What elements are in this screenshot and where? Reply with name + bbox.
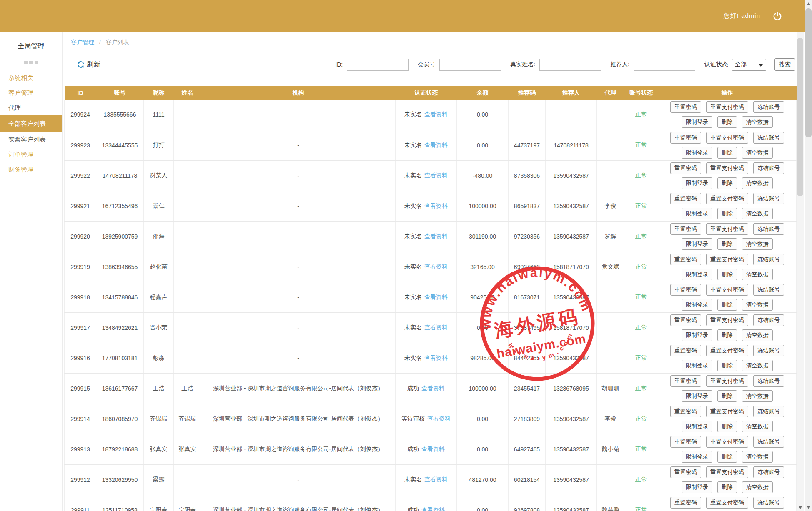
delete-button[interactable]: 删除: [717, 481, 737, 493]
restrict-login-button[interactable]: 限制登录: [682, 481, 712, 493]
delete-button[interactable]: 删除: [717, 177, 737, 189]
delete-button[interactable]: 删除: [717, 390, 737, 402]
freeze-account-button[interactable]: 冻结账号: [753, 132, 784, 144]
restrict-login-button[interactable]: 限制登录: [682, 147, 712, 159]
content-scrollbar-thumb[interactable]: [797, 38, 803, 196]
clear-data-button[interactable]: 清空数据: [742, 269, 773, 280]
freeze-account-button[interactable]: 冻结账号: [753, 223, 784, 235]
view-profile-link[interactable]: 查看资料: [424, 111, 448, 117]
reset-password-button[interactable]: 重置密码: [670, 162, 701, 174]
sidebar-item-代理[interactable]: 代理: [0, 100, 62, 115]
freeze-account-button[interactable]: 冻结账号: [753, 406, 784, 417]
restrict-login-button[interactable]: 限制登录: [682, 116, 712, 128]
reset-pay-password-button[interactable]: 重置支付密码: [706, 101, 748, 113]
delete-button[interactable]: 删除: [717, 116, 737, 128]
reset-pay-password-button[interactable]: 重置支付密码: [706, 406, 748, 417]
restrict-login-button[interactable]: 限制登录: [682, 177, 712, 189]
clear-data-button[interactable]: 清空数据: [742, 451, 773, 463]
reset-password-button[interactable]: 重置密码: [670, 101, 701, 113]
clear-data-button[interactable]: 清空数据: [742, 329, 773, 341]
freeze-account-button[interactable]: 冻结账号: [753, 254, 784, 265]
restrict-login-button[interactable]: 限制登录: [682, 421, 712, 432]
clear-data-button[interactable]: 清空数据: [742, 481, 773, 493]
reset-pay-password-button[interactable]: 重置支付密码: [706, 162, 748, 174]
content-scrollbar[interactable]: [797, 32, 804, 511]
restrict-login-button[interactable]: 限制登录: [682, 238, 712, 250]
freeze-account-button[interactable]: 冻结账号: [753, 375, 784, 387]
reset-password-button[interactable]: 重置密码: [670, 132, 701, 144]
delete-button[interactable]: 删除: [717, 360, 737, 371]
reset-password-button[interactable]: 重置密码: [670, 284, 701, 296]
breadcrumb-parent-link[interactable]: 客户管理: [71, 39, 94, 45]
view-profile-link[interactable]: 查看资料: [424, 324, 448, 331]
member-filter-input[interactable]: [439, 59, 501, 71]
logout-button[interactable]: [772, 11, 783, 22]
view-profile-link[interactable]: 查看资料: [427, 415, 451, 422]
reset-pay-password-button[interactable]: 重置支付密码: [706, 193, 748, 204]
restrict-login-button[interactable]: 限制登录: [682, 208, 712, 219]
delete-button[interactable]: 删除: [717, 208, 737, 219]
reset-pay-password-button[interactable]: 重置支付密码: [706, 284, 748, 296]
reset-pay-password-button[interactable]: 重置支付密码: [706, 466, 748, 478]
auth-status-select[interactable]: 全部: [732, 59, 766, 71]
clear-data-button[interactable]: 清空数据: [742, 421, 773, 432]
view-profile-link[interactable]: 查看资料: [424, 354, 448, 361]
delete-button[interactable]: 删除: [717, 269, 737, 280]
delete-button[interactable]: 删除: [717, 451, 737, 463]
view-profile-link[interactable]: 查看资料: [421, 506, 445, 511]
browser-scroll-down-arrow[interactable]: [805, 504, 812, 511]
sidebar-item-订单管理[interactable]: 订单管理: [0, 147, 62, 162]
clear-data-button[interactable]: 清空数据: [742, 390, 773, 402]
referrer-filter-input[interactable]: [634, 59, 695, 71]
view-profile-link[interactable]: 查看资料: [424, 233, 448, 239]
restrict-login-button[interactable]: 限制登录: [682, 451, 712, 463]
view-profile-link[interactable]: 查看资料: [424, 202, 448, 209]
reset-pay-password-button[interactable]: 重置支付密码: [706, 436, 748, 448]
sidebar-item-实盘客户列表[interactable]: 实盘客户列表: [0, 132, 62, 147]
freeze-account-button[interactable]: 冻结账号: [753, 436, 784, 448]
clear-data-button[interactable]: 清空数据: [742, 299, 773, 311]
restrict-login-button[interactable]: 限制登录: [682, 329, 712, 341]
clear-data-button[interactable]: 清空数据: [742, 238, 773, 250]
browser-scroll-up-arrow[interactable]: [805, 0, 812, 7]
view-profile-link[interactable]: 查看资料: [424, 142, 448, 148]
freeze-account-button[interactable]: 冻结账号: [753, 193, 784, 204]
view-profile-link[interactable]: 查看资料: [421, 385, 445, 391]
freeze-account-button[interactable]: 冻结账号: [753, 466, 784, 478]
refresh-button[interactable]: 刷新: [77, 60, 100, 69]
reset-password-button[interactable]: 重置密码: [670, 193, 701, 204]
reset-password-button[interactable]: 重置密码: [670, 314, 701, 326]
view-profile-link[interactable]: 查看资料: [424, 263, 448, 270]
reset-password-button[interactable]: 重置密码: [670, 436, 701, 448]
delete-button[interactable]: 删除: [717, 329, 737, 341]
clear-data-button[interactable]: 清空数据: [742, 116, 773, 128]
reset-pay-password-button[interactable]: 重置支付密码: [706, 132, 748, 144]
clear-data-button[interactable]: 清空数据: [742, 360, 773, 371]
reset-pay-password-button[interactable]: 重置支付密码: [706, 254, 748, 265]
delete-button[interactable]: 删除: [717, 147, 737, 159]
browser-scrollbar-thumb[interactable]: [805, 8, 812, 137]
freeze-account-button[interactable]: 冻结账号: [753, 101, 784, 113]
reset-password-button[interactable]: 重置密码: [670, 223, 701, 235]
delete-button[interactable]: 删除: [717, 238, 737, 250]
reset-password-button[interactable]: 重置密码: [670, 466, 701, 478]
sidebar-item-系统相关[interactable]: 系统相关: [0, 70, 62, 85]
reset-password-button[interactable]: 重置密码: [670, 345, 701, 356]
reset-pay-password-button[interactable]: 重置支付密码: [706, 345, 748, 356]
id-filter-input[interactable]: [347, 59, 409, 71]
reset-pay-password-button[interactable]: 重置支付密码: [706, 223, 748, 235]
freeze-account-button[interactable]: 冻结账号: [753, 345, 784, 356]
restrict-login-button[interactable]: 限制登录: [682, 269, 712, 280]
delete-button[interactable]: 删除: [717, 421, 737, 432]
view-profile-link[interactable]: 查看资料: [421, 446, 445, 452]
view-profile-link[interactable]: 查看资料: [424, 476, 448, 483]
view-profile-link[interactable]: 查看资料: [424, 294, 448, 300]
browser-scrollbar[interactable]: [805, 0, 812, 511]
realname-filter-input[interactable]: [539, 59, 601, 71]
reset-pay-password-button[interactable]: 重置支付密码: [706, 314, 748, 326]
content-scroll-down-arrow[interactable]: [797, 504, 804, 511]
reset-pay-password-button[interactable]: 重置支付密码: [706, 497, 748, 509]
freeze-account-button[interactable]: 冻结账号: [753, 284, 784, 296]
clear-data-button[interactable]: 清空数据: [742, 147, 773, 159]
restrict-login-button[interactable]: 限制登录: [682, 390, 712, 402]
